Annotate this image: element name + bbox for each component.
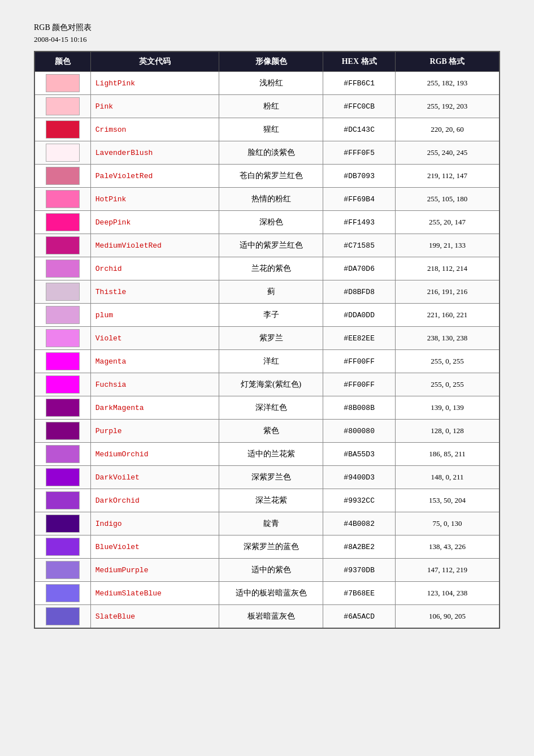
color-swatch-box <box>46 399 80 417</box>
color-name: 深紫罗兰的蓝色 <box>219 535 323 559</box>
table-row: DarkMagenta深洋红色#8B008B139, 0, 139 <box>34 396 500 420</box>
color-hex: #FF1493 <box>323 211 396 234</box>
color-swatch-cell <box>34 535 90 559</box>
color-code: MediumVioletRed <box>90 234 219 257</box>
color-swatch-box <box>46 120 80 139</box>
table-row: DarkOrchid深兰花紫#9932CC153, 50, 204 <box>34 489 500 512</box>
color-code: HotPink <box>90 188 219 211</box>
header-swatch: 颜色 <box>34 51 90 72</box>
color-code: LavenderBlush <box>90 141 219 165</box>
color-swatch-box <box>46 491 80 509</box>
color-code: MediumPurple <box>90 559 219 582</box>
color-rgb: 255, 240, 245 <box>396 141 500 165</box>
color-swatch-box <box>46 561 80 579</box>
color-rgb: 238, 130, 238 <box>396 327 500 350</box>
color-hex: #FF69B4 <box>323 188 396 211</box>
table-row: Fuchsia灯笼海棠(紫红色)#FF00FF255, 0, 255 <box>34 373 500 396</box>
table-row: Purple紫色#800080128, 0, 128 <box>34 420 500 443</box>
table-row: HotPink热情的粉红#FF69B4255, 105, 180 <box>34 188 500 211</box>
color-swatch-box <box>46 306 80 324</box>
color-swatch-box <box>46 236 80 254</box>
color-hex: #FF00FF <box>323 373 396 396</box>
color-rgb: 106, 90, 205 <box>396 605 500 629</box>
table-row: LightPink浅粉红#FFB6C1255, 182, 193 <box>34 72 500 95</box>
color-swatch-cell <box>34 420 90 443</box>
color-name: 脸红的淡紫色 <box>219 141 323 165</box>
table-row: MediumVioletRed适中的紫罗兰红色#C71585199, 21, 1… <box>34 234 500 257</box>
color-swatch-box <box>46 607 80 625</box>
color-hex: #DB7093 <box>323 165 396 188</box>
color-code: MediumSlateBlue <box>90 582 219 605</box>
color-swatch-cell <box>34 582 90 605</box>
color-hex: #9400D3 <box>323 466 396 489</box>
color-swatch-cell <box>34 95 90 118</box>
color-code: plum <box>90 304 219 327</box>
color-code: Orchid <box>90 257 219 280</box>
table-row: Magenta洋红#FF00FF255, 0, 255 <box>34 350 500 373</box>
color-swatch-cell <box>34 559 90 582</box>
table-row: Pink粉红#FFC0CB255, 192, 203 <box>34 95 500 118</box>
color-rgb: 255, 0, 255 <box>396 373 500 396</box>
color-name: 适中的紫色 <box>219 559 323 582</box>
color-name: 紫罗兰 <box>219 327 323 350</box>
color-hex: #7B68EE <box>323 582 396 605</box>
color-swatch-cell <box>34 327 90 350</box>
color-swatch-cell <box>34 141 90 165</box>
color-swatch-box <box>46 538 80 556</box>
color-swatch-box <box>46 144 80 162</box>
color-code: LightPink <box>90 72 219 95</box>
color-rgb: 221, 160, 221 <box>396 304 500 327</box>
color-hex: #6A5ACD <box>323 605 396 629</box>
color-swatch-cell <box>34 350 90 373</box>
color-hex: #9370DB <box>323 559 396 582</box>
color-name: 浅粉红 <box>219 72 323 95</box>
table-row: LavenderBlush脸红的淡紫色#FFF0F5255, 240, 245 <box>34 141 500 165</box>
header-rgb: RGB 格式 <box>396 51 500 72</box>
color-rgb: 255, 105, 180 <box>396 188 500 211</box>
table-row: Indigo靛青#4B008275, 0, 130 <box>34 512 500 535</box>
color-name: 灯笼海棠(紫红色) <box>219 373 323 396</box>
color-swatch-box <box>46 97 80 115</box>
color-rgb: 123, 104, 238 <box>396 582 500 605</box>
color-swatch-box <box>46 445 80 463</box>
color-code: Pink <box>90 95 219 118</box>
color-rgb: 219, 112, 147 <box>396 165 500 188</box>
table-row: DeepPink深粉色#FF1493255, 20, 147 <box>34 211 500 234</box>
header-name: 形像颜色 <box>219 51 323 72</box>
color-swatch-cell <box>34 373 90 396</box>
color-hex: #DA70D6 <box>323 257 396 280</box>
table-row: Violet紫罗兰#EE82EE238, 130, 238 <box>34 327 500 350</box>
color-hex: #800080 <box>323 420 396 443</box>
color-swatch-cell <box>34 257 90 280</box>
color-name: 板岩暗蓝灰色 <box>219 605 323 629</box>
color-swatch-cell <box>34 118 90 141</box>
table-row: Crimson猩红#DC143C220, 20, 60 <box>34 118 500 141</box>
color-name: 深紫罗兰色 <box>219 466 323 489</box>
color-code: DarkVoilet <box>90 466 219 489</box>
color-swatch-cell <box>34 211 90 234</box>
color-hex: #DDA0DD <box>323 304 396 327</box>
color-swatch-cell <box>34 396 90 420</box>
color-hex: #D8BFD8 <box>323 280 396 304</box>
color-name: 靛青 <box>219 512 323 535</box>
color-swatch-cell <box>34 466 90 489</box>
color-rgb: 255, 20, 147 <box>396 211 500 234</box>
color-hex: #FFF0F5 <box>323 141 396 165</box>
color-swatch-box <box>46 375 80 394</box>
color-name: 紫色 <box>219 420 323 443</box>
color-swatch-cell <box>34 188 90 211</box>
color-rgb: 148, 0, 211 <box>396 466 500 489</box>
header-hex: HEX 格式 <box>323 51 396 72</box>
color-swatch-cell <box>34 512 90 535</box>
table-row: MediumSlateBlue适中的板岩暗蓝灰色#7B68EE123, 104,… <box>34 582 500 605</box>
color-code: DarkMagenta <box>90 396 219 420</box>
color-rgb: 75, 0, 130 <box>396 512 500 535</box>
color-code: Violet <box>90 327 219 350</box>
color-name: 适中的板岩暗蓝灰色 <box>219 582 323 605</box>
color-swatch-cell <box>34 489 90 512</box>
color-name: 猩红 <box>219 118 323 141</box>
color-code: DarkOrchid <box>90 489 219 512</box>
color-hex: #C71585 <box>323 234 396 257</box>
color-table: 颜色 英文代码 形像颜色 HEX 格式 RGB 格式 LightPink浅粉红#… <box>34 51 500 629</box>
color-swatch-box <box>46 422 80 440</box>
